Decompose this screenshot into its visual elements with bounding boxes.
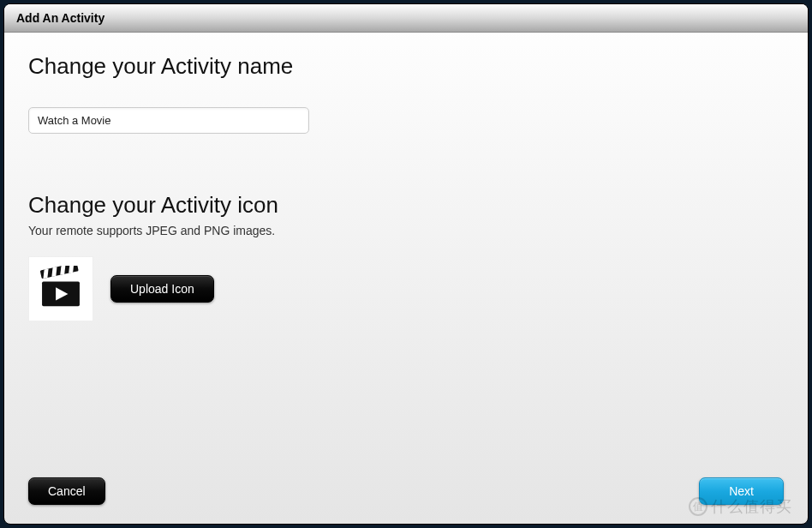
icon-format-subtext: Your remote supports JPEG and PNG images… (28, 224, 784, 237)
dialog-titlebar: Add An Activity (4, 4, 808, 33)
dialog-title: Add An Activity (16, 11, 104, 25)
change-name-heading: Change your Activity name (28, 53, 784, 80)
activity-icon-preview (28, 256, 93, 321)
dialog-footer: Cancel Next (28, 477, 784, 505)
add-activity-dialog: Add An Activity Change your Activity nam… (3, 3, 809, 525)
dialog-content: Change your Activity name Change your Ac… (4, 33, 808, 524)
movie-clapperboard-icon (38, 266, 84, 312)
change-icon-heading: Change your Activity icon (28, 192, 784, 219)
cancel-button[interactable]: Cancel (28, 477, 105, 505)
upload-icon-button[interactable]: Upload Icon (110, 275, 214, 303)
activity-name-input[interactable] (28, 107, 309, 134)
icon-row: Upload Icon (28, 256, 784, 321)
next-button[interactable]: Next (699, 477, 784, 505)
